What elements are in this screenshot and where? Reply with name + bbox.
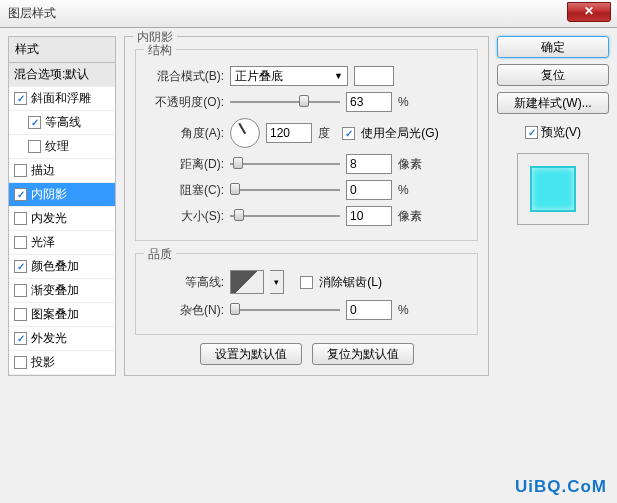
size-label: 大小(S): (146, 208, 224, 225)
contour-row: 等高线: ▾ 消除锯齿(L) (146, 270, 467, 294)
style-checkbox[interactable] (14, 164, 27, 177)
anti-alias-label: 消除锯齿(L) (319, 275, 382, 289)
opacity-slider[interactable] (230, 94, 340, 110)
new-style-button[interactable]: 新建样式(W)... (497, 92, 609, 114)
angle-label: 角度(A): (146, 125, 224, 142)
preview-check-wrap[interactable]: 预览(V) (497, 124, 609, 141)
style-sidebar: 样式 混合选项:默认 斜面和浮雕等高线纹理描边内阴影内发光光泽颜色叠加渐变叠加图… (8, 36, 116, 495)
style-checkbox[interactable] (14, 284, 27, 297)
sidebar-item-label: 颜色叠加 (31, 258, 79, 275)
global-light-label: 使用全局光(G) (361, 126, 438, 140)
structure-legend: 结构 (144, 42, 176, 59)
choke-input[interactable] (346, 180, 392, 200)
size-input[interactable] (346, 206, 392, 226)
cancel-button[interactable]: 复位 (497, 64, 609, 86)
anti-alias-checkbox[interactable] (300, 276, 313, 289)
choke-row: 阻塞(C): % (146, 180, 467, 200)
sidebar-item-label: 内阴影 (31, 186, 67, 203)
blend-mode-label: 混合模式(B): (146, 68, 224, 85)
noise-row: 杂色(N): % (146, 300, 467, 320)
distance-row: 距离(D): 像素 (146, 154, 467, 174)
sidebar-item-label: 内发光 (31, 210, 67, 227)
sidebar-item-label: 光泽 (31, 234, 55, 251)
sidebar-header: 样式 (8, 36, 116, 63)
reset-default-button[interactable]: 复位为默认值 (312, 343, 414, 365)
sidebar-item-label: 渐变叠加 (31, 282, 79, 299)
default-buttons-row: 设置为默认值 复位为默认值 (135, 343, 478, 365)
opacity-input[interactable] (346, 92, 392, 112)
sidebar-item-0[interactable]: 斜面和浮雕 (9, 87, 115, 111)
anti-alias-wrap[interactable]: 消除锯齿(L) (300, 274, 382, 291)
style-checkbox[interactable] (14, 260, 27, 273)
blend-mode-value: 正片叠底 (235, 68, 283, 85)
style-checkbox[interactable] (28, 140, 41, 153)
noise-unit: % (398, 303, 409, 317)
sidebar-item-9[interactable]: 图案叠加 (9, 303, 115, 327)
contour-swatch[interactable] (230, 270, 264, 294)
noise-input[interactable] (346, 300, 392, 320)
distance-unit: 像素 (398, 156, 422, 173)
sidebar-item-label: 纹理 (45, 138, 69, 155)
global-light-wrap[interactable]: 使用全局光(G) (342, 125, 439, 142)
preview-swatch (530, 166, 576, 212)
sidebar-item-7[interactable]: 颜色叠加 (9, 255, 115, 279)
sidebar-item-label: 等高线 (45, 114, 81, 131)
sidebar-item-2[interactable]: 纹理 (9, 135, 115, 159)
choke-unit: % (398, 183, 409, 197)
watermark: UiBQ.CoM (515, 477, 607, 497)
window-title: 图层样式 (8, 5, 56, 22)
noise-slider[interactable] (230, 302, 340, 318)
global-light-checkbox[interactable] (342, 127, 355, 140)
main-area: 样式 混合选项:默认 斜面和浮雕等高线纹理描边内阴影内发光光泽颜色叠加渐变叠加图… (0, 28, 617, 503)
opacity-row: 不透明度(O): % (146, 92, 467, 112)
close-button[interactable]: ✕ (567, 2, 611, 22)
color-swatch[interactable] (354, 66, 394, 86)
choke-slider[interactable] (230, 182, 340, 198)
chevron-down-icon: ▼ (334, 71, 343, 81)
angle-input[interactable] (266, 123, 312, 143)
sidebar-item-10[interactable]: 外发光 (9, 327, 115, 351)
distance-slider[interactable] (230, 156, 340, 172)
ok-button[interactable]: 确定 (497, 36, 609, 58)
sidebar-item-label: 描边 (31, 162, 55, 179)
sidebar-item-label: 斜面和浮雕 (31, 90, 91, 107)
style-checkbox[interactable] (14, 92, 27, 105)
style-checkbox[interactable] (14, 356, 27, 369)
distance-input[interactable] (346, 154, 392, 174)
quality-legend: 品质 (144, 246, 176, 263)
sidebar-item-1[interactable]: 等高线 (9, 111, 115, 135)
opacity-unit: % (398, 95, 409, 109)
make-default-button[interactable]: 设置为默认值 (200, 343, 302, 365)
blend-options-label: 混合选项:默认 (14, 66, 89, 83)
noise-label: 杂色(N): (146, 302, 224, 319)
opacity-label: 不透明度(O): (146, 94, 224, 111)
preview-checkbox[interactable] (525, 126, 538, 139)
close-icon: ✕ (584, 4, 594, 18)
angle-row: 角度(A): 度 使用全局光(G) (146, 118, 467, 148)
size-unit: 像素 (398, 208, 422, 225)
sidebar-item-5[interactable]: 内发光 (9, 207, 115, 231)
sidebar-item-3[interactable]: 描边 (9, 159, 115, 183)
right-column: 确定 复位 新建样式(W)... 预览(V) (497, 36, 609, 495)
style-checkbox[interactable] (28, 116, 41, 129)
sidebar-item-6[interactable]: 光泽 (9, 231, 115, 255)
preview-label: 预览(V) (541, 124, 581, 141)
blend-mode-row: 混合模式(B): 正片叠底 ▼ (146, 66, 467, 86)
choke-label: 阻塞(C): (146, 182, 224, 199)
style-checkbox[interactable] (14, 308, 27, 321)
style-checkbox[interactable] (14, 212, 27, 225)
settings-panel: 内阴影 结构 混合模式(B): 正片叠底 ▼ 不透明度(O): % (124, 36, 489, 495)
blend-mode-combo[interactable]: 正片叠底 ▼ (230, 66, 348, 86)
style-checkbox[interactable] (14, 332, 27, 345)
style-checkbox[interactable] (14, 188, 27, 201)
sidebar-item-4[interactable]: 内阴影 (9, 183, 115, 207)
contour-dropdown-arrow[interactable]: ▾ (270, 270, 284, 294)
angle-dial[interactable] (230, 118, 260, 148)
blend-options-row[interactable]: 混合选项:默认 (9, 63, 115, 87)
style-checkbox[interactable] (14, 236, 27, 249)
sidebar-item-11[interactable]: 投影 (9, 351, 115, 375)
sidebar-item-8[interactable]: 渐变叠加 (9, 279, 115, 303)
size-slider[interactable] (230, 208, 340, 224)
distance-label: 距离(D): (146, 156, 224, 173)
quality-group: 品质 等高线: ▾ 消除锯齿(L) 杂色(N): % (135, 253, 478, 335)
